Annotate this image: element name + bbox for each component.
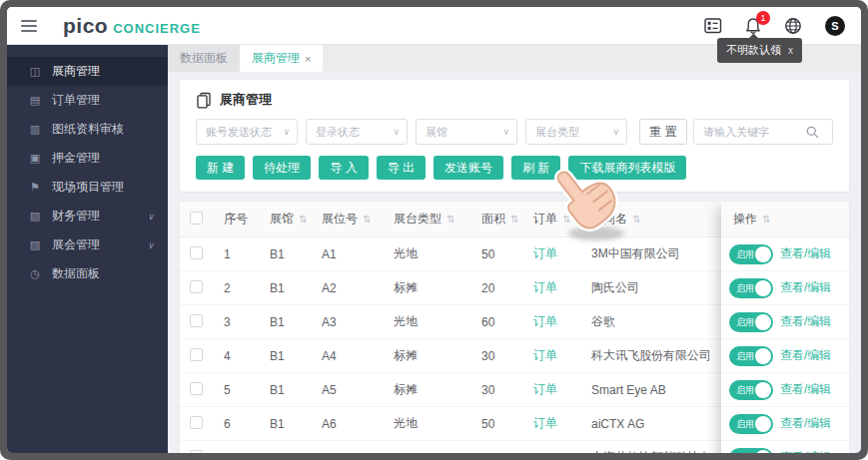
user-avatar[interactable]: S: [825, 16, 845, 36]
order-link[interactable]: 订单: [533, 246, 557, 260]
col-header-operation[interactable]: 操作 ⇅: [721, 202, 849, 237]
cell-exhibitor-name: 陶氏公司: [591, 279, 721, 296]
view-edit-link[interactable]: 查看/编辑: [780, 313, 831, 330]
tab-exhibitor-management[interactable]: 展商管理 ×: [240, 45, 323, 72]
filter-hall[interactable]: 展馆 ∨: [416, 119, 517, 145]
sort-icon[interactable]: ⇅: [510, 214, 518, 225]
sidebar-item-onsite-project-management[interactable]: ⚑ 现场项目管理: [7, 173, 168, 202]
tab-close-icon[interactable]: ×: [305, 53, 311, 65]
col-header-booth[interactable]: 展位号 ⇅: [322, 211, 394, 228]
logo-pico-text: pico: [63, 14, 108, 38]
search-input[interactable]: [694, 126, 806, 138]
row-checkbox[interactable]: [190, 314, 203, 327]
sort-icon[interactable]: ⇅: [562, 214, 570, 225]
enable-toggle[interactable]: 启用: [729, 244, 773, 264]
col-header-type[interactable]: 展台类型 ⇅: [394, 211, 481, 228]
sidebar-item-order-management[interactable]: ▤ 订单管理: [7, 86, 168, 115]
claim-tooltip-text: 不明款认领: [726, 43, 781, 58]
row-checkbox[interactable]: [190, 246, 203, 259]
toggle-knob: [755, 314, 771, 330]
col-header-order[interactable]: 订单 ⇅: [533, 211, 591, 228]
enable-toggle[interactable]: 启用: [729, 312, 773, 332]
sidebar-item-exhibitor-management[interactable]: ◫ 展商管理: [7, 57, 168, 86]
filter-login-status[interactable]: 登录状态 ∨: [306, 119, 408, 145]
sidebar-item-drawing-review[interactable]: ▥ 图纸资料审核: [7, 115, 168, 144]
reset-button[interactable]: 重 置: [639, 119, 687, 145]
row-checkbox[interactable]: [190, 280, 203, 293]
col-header-area[interactable]: 面积 ⇅: [481, 211, 533, 228]
sort-icon[interactable]: ⇅: [762, 214, 770, 225]
chevron-down-icon: ∨: [612, 127, 619, 137]
order-link[interactable]: 订单: [533, 280, 557, 294]
sort-icon[interactable]: ⇅: [446, 214, 454, 225]
enable-toggle[interactable]: 启用: [729, 414, 773, 434]
order-link[interactable]: 订单: [533, 348, 557, 362]
cell-no: 6: [224, 417, 270, 431]
refresh-button[interactable]: 刷 新: [511, 156, 560, 180]
filter-account-send-status[interactable]: 账号发送状态 ∨: [196, 119, 298, 145]
row-checkbox[interactable]: [190, 416, 203, 429]
export-button[interactable]: 导 出: [377, 156, 426, 180]
view-edit-link[interactable]: 查看/编辑: [780, 279, 831, 296]
finance-icon: ▧: [28, 210, 42, 223]
order-link[interactable]: 订单: [533, 314, 557, 328]
view-edit-link[interactable]: 查看/编辑: [780, 415, 831, 432]
cell-exhibitor-name: 3M中国有限公司: [591, 245, 721, 262]
chevron-down-icon: ∨: [283, 127, 290, 137]
import-button[interactable]: 导 入: [319, 156, 368, 180]
filter-booth-type[interactable]: 展台类型 ∨: [525, 119, 627, 145]
view-edit-link[interactable]: 查看/编辑: [780, 347, 831, 364]
cell-type: 光地: [394, 415, 481, 432]
select-all-checkbox[interactable]: [190, 212, 203, 225]
sidebar-item-finance-management[interactable]: ▧ 财务管理 ∨: [7, 202, 168, 230]
cell-area: 20: [481, 281, 533, 295]
view-edit-link[interactable]: 查看/编辑: [780, 381, 831, 398]
enable-toggle[interactable]: 启用: [729, 278, 773, 298]
menu-toggle-icon[interactable]: [21, 17, 37, 35]
select-placeholder: 登录状态: [316, 125, 360, 140]
send-account-button[interactable]: 发送账号: [434, 156, 503, 180]
sort-icon[interactable]: ⇅: [632, 214, 640, 225]
order-link[interactable]: 订单: [533, 416, 557, 430]
cell-type: 光地: [394, 313, 481, 330]
operation-cell: 启用 查看/编辑: [721, 441, 849, 453]
sort-icon[interactable]: ⇅: [363, 214, 371, 225]
new-button[interactable]: 新 建: [196, 156, 245, 180]
filter-panel: 展商管理 账号发送状态 ∨ 登录状态 ∨ 展馆 ∨ 展台类型 ∨: [180, 80, 849, 192]
row-checkbox[interactable]: [190, 348, 203, 361]
cell-hall: B1: [270, 349, 322, 363]
tab-data-dashboard[interactable]: 数据面板: [168, 45, 240, 72]
cell-booth: A4: [322, 349, 394, 363]
row-checkbox[interactable]: [190, 450, 203, 454]
download-template-button[interactable]: 下载展商列表模版: [568, 156, 686, 180]
toggle-knob: [755, 450, 771, 454]
main-area: 数据面板 展商管理 × 展商管理 账号发送状态 ∨ 登录状态 ∨: [168, 45, 861, 453]
cell-booth: A1: [322, 247, 394, 261]
tooltip-close-icon[interactable]: x: [788, 45, 793, 56]
cell-exhibitor-name: aiCTX AG: [591, 417, 721, 431]
sidebar-item-data-dashboard[interactable]: ◷ 数据面板: [7, 259, 168, 288]
col-header-name[interactable]: 展商名 ⇅: [591, 211, 721, 228]
operation-cell: 启用 查看/编辑: [721, 305, 849, 339]
chevron-down-icon: ∨: [393, 127, 400, 137]
claim-list-icon[interactable]: [704, 18, 722, 34]
sidebar-item-exhibition-management[interactable]: ▨ 展会管理 ∨: [7, 230, 168, 259]
view-edit-link[interactable]: 查看/编辑: [780, 449, 831, 453]
sort-icon[interactable]: ⇅: [299, 214, 307, 225]
enable-toggle[interactable]: 启用: [729, 346, 773, 366]
col-header-hall[interactable]: 展馆 ⇅: [270, 211, 322, 228]
sidebar-item-label: 押金管理: [52, 150, 100, 167]
sidebar-item-deposit-management[interactable]: ▣ 押金管理: [7, 144, 168, 173]
row-checkbox[interactable]: [190, 382, 203, 395]
toggle-knob: [755, 280, 771, 296]
enable-toggle[interactable]: 启用: [729, 448, 773, 454]
order-link[interactable]: 订单: [533, 382, 557, 396]
tab-label: 展商管理: [252, 50, 300, 67]
search-icon[interactable]: [806, 126, 819, 139]
pending-button[interactable]: 待处理: [253, 156, 311, 180]
view-edit-link[interactable]: 查看/编辑: [780, 245, 831, 262]
enable-toggle[interactable]: 启用: [729, 380, 773, 400]
window-frame: pico CONCIERGE 1 S 不明款认领 x ◫ 展商管理: [0, 0, 868, 460]
language-globe-icon[interactable]: [784, 17, 802, 35]
cell-area: 50: [481, 417, 533, 431]
